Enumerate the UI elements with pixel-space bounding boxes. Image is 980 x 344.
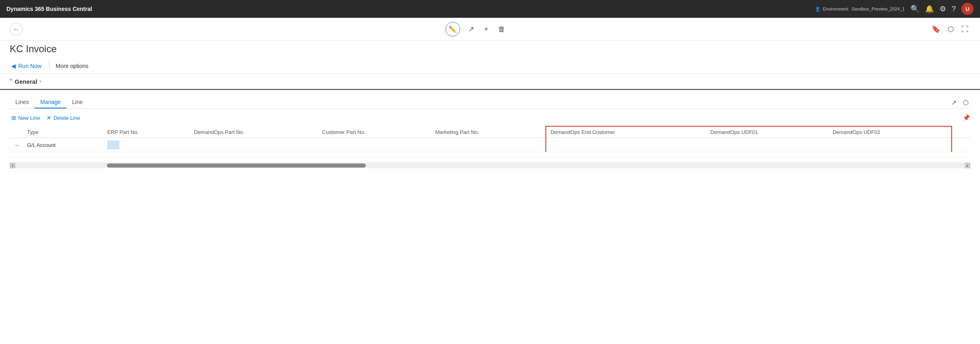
app-title: Dynamics 365 Business Central (6, 6, 92, 12)
action-separator (49, 62, 49, 70)
td-extra-2 (952, 152, 970, 157)
td-arrow-2 (10, 152, 23, 157)
td-cust-3[interactable] (318, 157, 431, 163)
expand-icon[interactable]: ⛶ (960, 23, 970, 35)
bookmark-icon[interactable]: 🔖 (930, 23, 942, 35)
td-udf02-3[interactable] (829, 157, 952, 163)
th-demandops-part-no: DemandOps Part No. (190, 126, 318, 138)
horizontal-scrollbar[interactable]: ‹ › (10, 163, 970, 168)
lines-share-icon[interactable]: ↗ (950, 97, 958, 108)
th-arrow (10, 126, 23, 138)
td-end-cust-3[interactable] (546, 157, 706, 163)
td-customer-part-no[interactable] (318, 138, 431, 152)
td-udf02-2[interactable] (829, 152, 952, 157)
edit-button[interactable]: ✏️ (445, 22, 460, 36)
td-mktg-3[interactable] (431, 157, 546, 163)
delete-line-button[interactable]: ✕ Delete Line (45, 113, 84, 123)
delete-line-icon: ✕ (47, 115, 51, 121)
toolbar-right: 🔖 ⬡ ⛶ (930, 23, 970, 35)
page-title-section: KC Invoice (0, 41, 980, 59)
settings-icon[interactable]: ⚙ (940, 4, 946, 13)
th-demandops-end-customer: DemandOps End Customer (546, 126, 706, 138)
td-marketing-part-no[interactable] (431, 138, 546, 152)
run-now-button[interactable]: ◀ Run Now (10, 61, 46, 71)
th-erp-part-no: ERP Part No. (103, 126, 190, 138)
general-section-title: General (15, 78, 37, 85)
td-udf01-2[interactable] (706, 152, 829, 157)
pin-icon[interactable]: 📌 (963, 114, 970, 121)
td-mktg-2[interactable] (431, 152, 546, 157)
env-name: Sandbox_Preview_2024_1 (851, 6, 905, 11)
td-end-cust-2[interactable] (546, 152, 706, 157)
add-button[interactable]: + (482, 23, 490, 35)
th-marketing-part-no: Marketing Part No. (431, 126, 546, 138)
td-type-2[interactable] (23, 152, 103, 157)
scroll-right-button[interactable]: › (965, 163, 970, 168)
edit-icon: ✏️ (449, 25, 457, 33)
table-header-row: Type ERP Part No. DemandOps Part No. Cus… (10, 126, 970, 138)
td-dops-2[interactable] (190, 152, 318, 157)
new-line-icon: ⊞ (11, 115, 16, 121)
lines-table: Type ERP Part No. DemandOps Part No. Cus… (10, 126, 970, 163)
row-arrow-icon: → (14, 142, 19, 148)
general-section-header[interactable]: * General › (0, 74, 980, 90)
lines-section: Lines Manage Line ↗ ⬡ ⊞ New Line ✕ Delet… (0, 90, 980, 168)
user-avatar[interactable]: U (961, 3, 974, 15)
td-type-3[interactable] (23, 157, 103, 163)
tab-line[interactable]: Line (66, 96, 88, 108)
td-arrow-3 (10, 157, 23, 163)
table-row: → G/L Account (10, 138, 970, 152)
td-udf01-3[interactable] (706, 157, 829, 163)
back-button[interactable]: ← (10, 23, 23, 36)
toolbar-left: ← (10, 23, 23, 36)
td-extra (952, 138, 970, 152)
help-icon[interactable]: ? (952, 5, 956, 13)
td-demandops-udf01[interactable] (706, 138, 829, 152)
delete-button[interactable]: 🗑 (496, 23, 507, 35)
delete-line-label: Delete Line (53, 115, 80, 121)
lines-tabs: Lines Manage Line (10, 96, 89, 108)
more-options-button[interactable]: More options (53, 61, 92, 71)
td-demandops-end-customer[interactable] (546, 138, 706, 152)
td-type[interactable]: G/L Account (23, 138, 103, 152)
td-extra-3 (952, 157, 970, 163)
new-line-button[interactable]: ⊞ New Line (10, 113, 44, 123)
notification-icon[interactable]: 🔔 (925, 4, 934, 13)
td-erp-2[interactable] (103, 152, 190, 157)
scroll-left-button[interactable]: ‹ (10, 163, 15, 168)
toolbar-row: ← ✏️ ↗ + 🗑 🔖 ⬡ ⛶ (0, 18, 980, 41)
th-type: Type (23, 126, 103, 138)
scrollbar-thumb[interactable] (107, 164, 366, 168)
erp-part-input[interactable] (107, 140, 119, 149)
table-row (10, 152, 970, 157)
search-icon[interactable]: 🔍 (910, 4, 919, 13)
env-label: Environment: (823, 6, 849, 11)
lines-toolbar-right: ↗ ⬡ (950, 97, 970, 108)
lines-external-icon[interactable]: ⬡ (961, 97, 970, 108)
external-link-icon[interactable]: ⬡ (946, 23, 956, 35)
td-demandops-part-no[interactable] (190, 138, 318, 152)
td-erp-part-no[interactable] (103, 138, 190, 152)
tab-manage[interactable]: Manage (34, 96, 66, 108)
action-bar: ◀ Run Now More options (0, 59, 980, 74)
table-row (10, 157, 970, 163)
th-demandops-udf01: DemandOps UDF01 (706, 126, 829, 138)
lines-action-bar: ⊞ New Line ✕ Delete Line 📌 (10, 111, 970, 126)
env-icon: 👤 (815, 6, 821, 12)
nav-left: Dynamics 365 Business Central (6, 6, 92, 12)
tab-lines[interactable]: Lines (10, 96, 34, 108)
td-demandops-udf02[interactable] (829, 138, 952, 152)
share-icon: ↗ (468, 25, 474, 34)
td-erp-3[interactable] (103, 157, 190, 163)
page-title: KC Invoice (10, 43, 970, 55)
general-chevron-icon: › (40, 79, 41, 84)
td-dops-3[interactable] (190, 157, 318, 163)
required-star-icon: * (10, 78, 12, 85)
th-demandops-udf02: DemandOps UDF02 (829, 126, 952, 138)
lines-table-wrapper: Type ERP Part No. DemandOps Part No. Cus… (10, 126, 970, 163)
td-cust-2[interactable] (318, 152, 431, 157)
environment-info: 👤 Environment: Sandbox_Preview_2024_1 (815, 6, 905, 12)
td-arrow: → (10, 138, 23, 152)
lines-tab-bar: Lines Manage Line ↗ ⬡ (10, 96, 970, 109)
share-button[interactable]: ↗ (467, 23, 476, 35)
